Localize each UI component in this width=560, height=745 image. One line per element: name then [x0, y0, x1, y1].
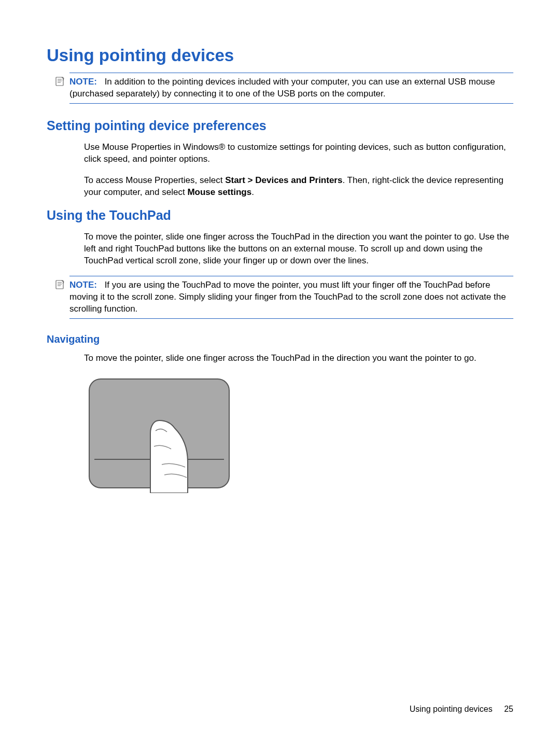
- note-block-touchpad: NOTE: If you are using the TouchPad to m…: [69, 276, 513, 319]
- page-title: Using pointing devices: [47, 46, 513, 65]
- svg-rect-4: [56, 280, 63, 289]
- note-label: NOTE:: [69, 77, 97, 87]
- touchpad-illustration: [84, 374, 513, 495]
- body-text: To access Mouse Properties, select Start…: [84, 175, 513, 199]
- section-title-touchpad: Using the TouchPad: [47, 208, 513, 223]
- note-label: NOTE:: [69, 280, 97, 290]
- text-bold: Mouse settings: [187, 187, 251, 197]
- body-text: To move the pointer, slide one finger ac…: [84, 231, 513, 267]
- note-icon: [55, 279, 65, 293]
- note-block-intro: NOTE: In addition to the pointing device…: [69, 73, 513, 104]
- note-text: In addition to the pointing devices incl…: [69, 77, 495, 99]
- svg-rect-0: [56, 77, 63, 86]
- body-text: Use Mouse Properties in Windows® to cust…: [84, 142, 513, 165]
- body-text: To move the pointer, slide one finger ac…: [84, 353, 513, 364]
- text-fragment: To access Mouse Properties, select: [84, 175, 225, 185]
- footer-text: Using pointing devices: [410, 705, 493, 713]
- page-footer: Using pointing devices 25: [410, 705, 513, 714]
- page-number: 25: [504, 705, 513, 713]
- subsection-title-navigating: Navigating: [47, 333, 513, 345]
- note-icon: [55, 76, 65, 90]
- text-bold: Start > Devices and Printers: [225, 175, 342, 185]
- section-title-preferences: Setting pointing device preferences: [47, 118, 513, 133]
- text-fragment: .: [251, 187, 254, 197]
- note-text: If you are using the TouchPad to move th…: [69, 280, 506, 314]
